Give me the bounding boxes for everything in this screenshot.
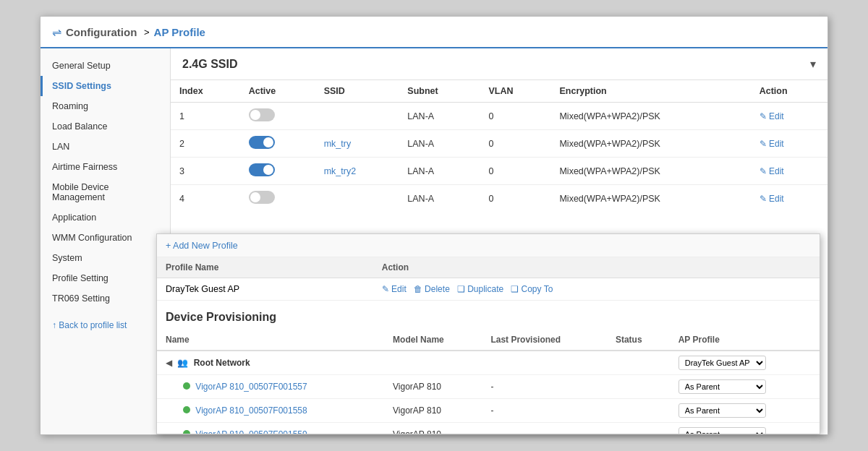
cell-vlan: 0 — [480, 158, 550, 185]
root-last-cell — [482, 351, 607, 375]
sidebar-item-ssid-settings[interactable]: SSID Settings — [41, 76, 170, 96]
table-row: 4 LAN-A 0 Mixed(WPA+WPA2)/PSK ✎ Edit — [171, 185, 827, 212]
dev-col-status: Status — [607, 330, 670, 351]
device-last-cell: - — [482, 375, 607, 399]
main-window: ⇌ Configuration > AP Profile General Set… — [40, 16, 828, 435]
profile-duplicate-link[interactable]: ❑ Duplicate — [457, 284, 503, 294]
cell-active — [240, 158, 315, 185]
profile-delete-link[interactable]: 🗑 Delete — [414, 284, 450, 294]
toggle-active[interactable] — [249, 191, 275, 204]
header-ap-title: AP Profile — [154, 26, 205, 38]
device-name-link[interactable]: VigorAP 810_00507F001557 — [195, 382, 307, 392]
header-config-title: Configuration — [66, 26, 137, 38]
cell-encryption: Mixed(WPA+WPA2)/PSK — [550, 158, 750, 185]
device-name-link[interactable]: VigorAP 810_00507F001559 — [195, 429, 307, 434]
device-name-cell: VigorAP 810_00507F001557 — [171, 375, 384, 399]
device-status-cell — [607, 423, 670, 435]
cell-encryption: Mixed(WPA+WPA2)/PSK — [550, 103, 750, 130]
root-network-row: ◀ 👥 Root Network DrayTek Guest AP As Pa — [171, 351, 820, 375]
cell-index: 4 — [171, 185, 240, 212]
profile-edit-link[interactable]: ✎ Edit — [382, 284, 407, 294]
sidebar-item-profile-setting[interactable]: Profile Setting — [41, 268, 170, 288]
config-icon: ⇌ — [52, 25, 61, 39]
cell-subnet: LAN-A — [399, 185, 480, 212]
root-ap-profile-select[interactable]: DrayTek Guest AP As Parent — [678, 356, 766, 370]
profile-action-cell: ✎ Edit 🗑 Delete ❑ Duplicate ❑ Copy To — [373, 278, 820, 301]
device-ap-profile-cell: As Parent DrayTek Guest AP — [670, 423, 820, 435]
profile-name: DrayTek Guest AP — [171, 284, 239, 294]
ssid-table: Index Active SSID Subnet VLAN Encryption… — [171, 80, 827, 212]
overlay-toolbar: + Add New Profile — [171, 234, 820, 257]
cell-subnet: LAN-A — [399, 130, 480, 158]
edit-link[interactable]: ✎ Edit — [760, 111, 784, 121]
cell-ssid: mk_try — [315, 130, 399, 158]
device-row: VigorAP 810_00507F001559 VigorAP 810 - A… — [171, 423, 820, 435]
profile-table: Profile Name Action DrayTek Guest AP ✎ E… — [171, 257, 820, 301]
sidebar-item-mobile-device-mgmt[interactable]: Mobile Device Management — [41, 177, 170, 207]
main-panel: 2.4G SSID ▾ Index Active SSID Subnet VLA… — [171, 48, 827, 434]
sidebar-item-application[interactable]: Application — [41, 207, 170, 228]
sidebar-item-airtime-fairness[interactable]: Airtime Fairness — [41, 157, 170, 177]
device-ap-profile-cell: As Parent DrayTek Guest AP — [670, 399, 820, 423]
col-active: Active — [240, 80, 315, 103]
device-provisioning-table: Name Model Name Last Provisioned Status … — [171, 330, 820, 434]
sidebar-item-lan[interactable]: LAN — [41, 137, 170, 157]
add-new-profile-button[interactable]: + Add New Profile — [171, 241, 238, 251]
cell-ssid: mk_try2 — [315, 158, 399, 185]
header: ⇌ Configuration > AP Profile — [41, 17, 827, 48]
ssid-name-link[interactable]: mk_try2 — [324, 166, 356, 176]
col-vlan: VLAN — [480, 80, 550, 103]
device-provisioning-title: Device Provisioning — [171, 301, 820, 330]
device-model-cell: VigorAP 810 — [384, 375, 482, 399]
edit-link[interactable]: ✎ Edit — [760, 166, 784, 176]
profile-row: DrayTek Guest AP ✎ Edit 🗑 Delete ❑ Dupli… — [171, 278, 820, 301]
toggle-active[interactable] — [249, 108, 275, 121]
sidebar-item-wmm-config[interactable]: WMM Configuration — [41, 228, 170, 248]
device-status-cell — [607, 375, 670, 399]
cell-active — [240, 185, 315, 212]
collapse-icon[interactable]: ▾ — [810, 57, 816, 71]
root-network-label: Root Network — [194, 358, 250, 368]
ssid-name-link[interactable]: mk_try — [324, 139, 352, 149]
profile-copy-to-link[interactable]: ❑ Copy To — [511, 284, 553, 294]
edit-link[interactable]: ✎ Edit — [760, 139, 784, 149]
device-name-link[interactable]: VigorAP 810_00507F001558 — [195, 405, 307, 416]
cell-vlan: 0 — [480, 130, 550, 158]
back-to-profile-list[interactable]: ↑ Back to profile list — [41, 314, 170, 336]
col-index: Index — [171, 80, 240, 103]
ssid-section-title: 2.4G SSID — [182, 58, 237, 71]
device-ap-profile-select[interactable]: As Parent DrayTek Guest AP — [678, 379, 766, 394]
content-area: General Setup SSID Settings Roaming Load… — [41, 48, 827, 434]
profile-col-action: Action — [373, 257, 820, 278]
device-status-cell — [607, 399, 670, 423]
device-ap-profile-select[interactable]: As Parent DrayTek Guest AP — [678, 427, 766, 434]
edit-link[interactable]: ✎ Edit — [760, 194, 784, 204]
toggle-active[interactable] — [249, 136, 275, 149]
overlay-panel: + Add New Profile Profile Name Action Dr… — [171, 233, 820, 434]
sidebar-item-tr069-setting[interactable]: TR069 Setting — [41, 288, 170, 309]
status-dot — [183, 406, 190, 413]
col-action: Action — [751, 80, 827, 103]
device-ap-profile-select[interactable]: As Parent DrayTek Guest AP — [678, 403, 766, 418]
sidebar-item-general-setup[interactable]: General Setup — [41, 56, 170, 76]
cell-subnet: LAN-A — [399, 158, 480, 185]
profile-name-cell: DrayTek Guest AP — [171, 278, 373, 301]
tree-expand-icon[interactable]: ◀ — [171, 358, 172, 368]
sidebar-item-system[interactable]: System — [41, 248, 170, 268]
toggle-active[interactable] — [249, 163, 275, 176]
device-name-cell: VigorAP 810_00507F001558 — [171, 399, 384, 423]
sidebar-item-load-balance[interactable]: Load Balance — [41, 116, 170, 137]
table-row: 2 mk_try LAN-A 0 Mixed(WPA+WPA2)/PSK ✎ E… — [171, 130, 827, 158]
root-model-cell — [384, 351, 482, 375]
sidebar: General Setup SSID Settings Roaming Load… — [41, 48, 171, 434]
ssid-section-header: 2.4G SSID ▾ — [171, 48, 827, 80]
cell-index: 3 — [171, 158, 240, 185]
col-encryption: Encryption — [550, 80, 750, 103]
dev-col-ap-profile: AP Profile — [670, 330, 820, 351]
sidebar-item-roaming[interactable]: Roaming — [41, 96, 170, 116]
cell-subnet: LAN-A — [399, 103, 480, 130]
table-row: 3 mk_try2 LAN-A 0 Mixed(WPA+WPA2)/PSK ✎ … — [171, 158, 827, 185]
cell-action: ✎ Edit — [751, 130, 827, 158]
status-dot — [183, 382, 190, 390]
col-subnet: Subnet — [399, 80, 480, 103]
